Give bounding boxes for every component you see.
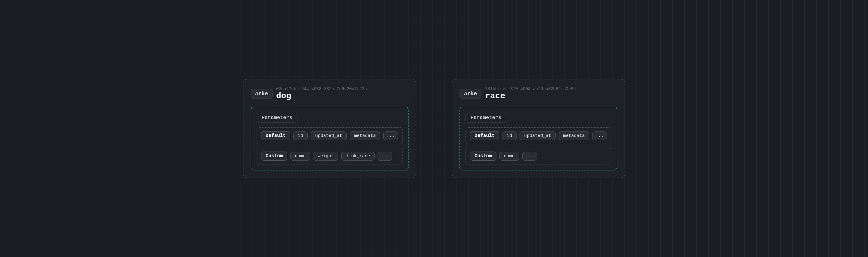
node-card-dog: Arke 02daf7db-f544-4083-882e-7d6e20d7f22…	[243, 79, 416, 178]
canvas: Arke 02daf7db-f544-4083-882e-7d6e20d7f22…	[243, 79, 625, 178]
default-tag-race[interactable]: Default	[470, 131, 499, 140]
more-tag-custom-dog[interactable]: ...	[378, 152, 392, 160]
parameters-section-race: Parameters Default id updated_at metadat…	[460, 107, 617, 171]
updated-at-tag-race[interactable]: updated_at	[520, 132, 556, 140]
metadata-tag-race[interactable]: metadata	[559, 132, 589, 140]
parameters-label-dog: Parameters	[257, 113, 298, 122]
custom-tag-dog[interactable]: Custom	[261, 152, 287, 160]
name-tag-dog[interactable]: name	[290, 152, 310, 160]
id-tag-race[interactable]: id	[502, 132, 517, 140]
arke-badge-race: Arke	[460, 89, 482, 99]
node-header-race: Arke 781bbfce-1370-4904-aa20-b32b52fd0e8…	[460, 86, 617, 101]
name-tag-race[interactable]: name	[499, 152, 519, 160]
custom-tag-race[interactable]: Custom	[470, 152, 496, 160]
more-tag-default-dog[interactable]: ...	[383, 132, 398, 140]
more-tag-default-race[interactable]: ...	[592, 132, 607, 140]
custom-group-race: Custom name ...	[466, 148, 611, 164]
arke-badge-dog: Arke	[251, 89, 273, 99]
node-uuid-dog: 02daf7db-f544-4083-882e-7d6e20d7f22b	[276, 86, 367, 91]
parameters-label-race: Parameters	[466, 113, 506, 122]
more-tag-custom-race[interactable]: ...	[522, 152, 537, 160]
node-card-race: Arke 781bbfce-1370-4904-aa20-b32b52fd0e8…	[452, 79, 625, 178]
updated-at-tag-dog[interactable]: updated_at	[311, 132, 347, 140]
id-tag-dog[interactable]: id	[293, 132, 308, 140]
parameters-section-dog: Parameters Default id updated_at metadat…	[251, 107, 408, 171]
default-tag-dog[interactable]: Default	[261, 131, 290, 140]
weight-tag-dog[interactable]: weight	[313, 152, 338, 160]
default-group-dog: Default id updated_at metadata ...	[257, 127, 402, 144]
custom-group-dog: Custom name weight link_race ...	[257, 148, 402, 164]
metadata-tag-dog[interactable]: metadata	[350, 132, 380, 140]
link-race-tag-dog[interactable]: link_race	[341, 152, 375, 160]
node-uuid-race: 781bbfce-1370-4904-aa20-b32b52fd0e8d	[485, 86, 576, 91]
default-group-race: Default id updated_at metadata ...	[466, 127, 611, 144]
node-header-dog: Arke 02daf7db-f544-4083-882e-7d6e20d7f22…	[251, 86, 408, 101]
node-name-dog: dog	[276, 91, 367, 101]
node-name-race: race	[485, 91, 576, 101]
node-title-group-race: 781bbfce-1370-4904-aa20-b32b52fd0e8d rac…	[485, 86, 576, 101]
node-title-group-dog: 02daf7db-f544-4083-882e-7d6e20d7f22b dog	[276, 86, 367, 101]
